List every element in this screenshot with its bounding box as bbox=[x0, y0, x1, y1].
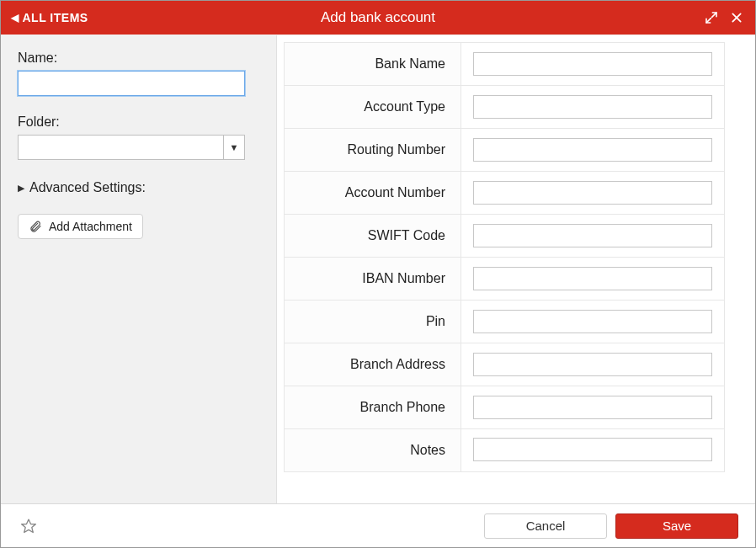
favorite-button[interactable] bbox=[18, 515, 40, 537]
form-row: Branch Address bbox=[285, 343, 725, 386]
field-input[interactable] bbox=[473, 353, 712, 376]
form-row: Account Number bbox=[285, 172, 725, 215]
svg-marker-4 bbox=[22, 519, 36, 532]
back-all-items-button[interactable]: ◀ ALL ITEMS bbox=[1, 11, 98, 24]
close-icon[interactable] bbox=[730, 11, 743, 24]
field-label: Routing Number bbox=[285, 129, 461, 172]
field-input-cell bbox=[461, 386, 725, 429]
left-pane: Name: Folder: ▼ ▶ Advanced Settings: bbox=[1, 35, 277, 503]
paperclip-icon bbox=[29, 220, 42, 233]
field-input-cell bbox=[461, 258, 725, 301]
form-row: Notes bbox=[285, 429, 725, 472]
field-label: Pin bbox=[285, 301, 461, 343]
field-input-cell bbox=[461, 429, 725, 472]
folder-input[interactable] bbox=[18, 135, 223, 160]
folder-combobox[interactable]: ▼ bbox=[18, 135, 245, 160]
field-label: Bank Name bbox=[285, 43, 461, 86]
form-row: IBAN Number bbox=[285, 258, 725, 301]
folder-label: Folder: bbox=[18, 114, 259, 130]
field-label: Notes bbox=[285, 429, 461, 472]
form-row: Account Type bbox=[285, 86, 725, 129]
form-table: Bank NameAccount TypeRouting NumberAccou… bbox=[284, 42, 725, 472]
field-label: Branch Address bbox=[285, 343, 461, 386]
save-label: Save bbox=[663, 519, 691, 533]
field-input[interactable] bbox=[473, 310, 712, 333]
body: Name: Folder: ▼ ▶ Advanced Settings: bbox=[1, 35, 755, 503]
caret-right-icon: ▶ bbox=[18, 183, 24, 194]
name-label: Name: bbox=[18, 51, 259, 66]
form-row: Bank Name bbox=[285, 43, 725, 86]
field-input-cell bbox=[461, 215, 725, 258]
field-label: Branch Phone bbox=[285, 386, 461, 429]
field-label: Account Type bbox=[285, 86, 461, 129]
title-actions bbox=[705, 11, 755, 24]
field-label: SWIFT Code bbox=[285, 215, 461, 258]
field-input-cell bbox=[461, 343, 725, 386]
field-input-cell bbox=[461, 172, 725, 215]
field-input[interactable] bbox=[473, 224, 712, 247]
advanced-settings-toggle[interactable]: ▶ Advanced Settings: bbox=[18, 180, 259, 195]
form-row: Routing Number bbox=[285, 129, 725, 172]
field-input[interactable] bbox=[473, 138, 712, 162]
form-row: Pin bbox=[285, 301, 725, 343]
cancel-label: Cancel bbox=[526, 519, 566, 533]
field-label: IBAN Number bbox=[285, 258, 461, 301]
add-attachment-button[interactable]: Add Attachment bbox=[18, 214, 143, 239]
advanced-settings-label: Advanced Settings: bbox=[29, 180, 146, 195]
form-row: SWIFT Code bbox=[285, 215, 725, 258]
chevron-down-icon: ▼ bbox=[230, 142, 239, 152]
field-input[interactable] bbox=[473, 267, 712, 290]
field-input[interactable] bbox=[473, 396, 712, 419]
name-input[interactable] bbox=[18, 71, 245, 96]
cancel-button[interactable]: Cancel bbox=[484, 513, 607, 539]
chevron-left-icon: ◀ bbox=[11, 12, 19, 24]
right-pane[interactable]: Bank NameAccount TypeRouting NumberAccou… bbox=[277, 35, 755, 503]
field-input[interactable] bbox=[473, 181, 712, 205]
field-label: Account Number bbox=[285, 172, 461, 215]
save-button[interactable]: Save bbox=[615, 513, 738, 539]
field-input-cell bbox=[461, 43, 725, 86]
field-input[interactable] bbox=[473, 52, 712, 76]
folder-dropdown-button[interactable]: ▼ bbox=[223, 135, 245, 160]
field-input[interactable] bbox=[473, 95, 712, 119]
star-icon bbox=[20, 518, 37, 535]
field-input-cell bbox=[461, 86, 725, 129]
field-input-cell bbox=[461, 129, 725, 172]
back-label: ALL ITEMS bbox=[23, 11, 88, 24]
footer: Cancel Save bbox=[1, 503, 755, 547]
form-table-body: Bank NameAccount TypeRouting NumberAccou… bbox=[285, 43, 725, 472]
form-row: Branch Phone bbox=[285, 386, 725, 429]
window-title: Add bank account bbox=[1, 9, 755, 26]
expand-icon[interactable] bbox=[705, 11, 718, 24]
add-attachment-label: Add Attachment bbox=[49, 220, 132, 233]
add-bank-account-window: ◀ ALL ITEMS Add bank account bbox=[0, 0, 756, 548]
field-input-cell bbox=[461, 301, 725, 343]
titlebar: ◀ ALL ITEMS Add bank account bbox=[1, 1, 755, 35]
field-input[interactable] bbox=[473, 438, 712, 461]
